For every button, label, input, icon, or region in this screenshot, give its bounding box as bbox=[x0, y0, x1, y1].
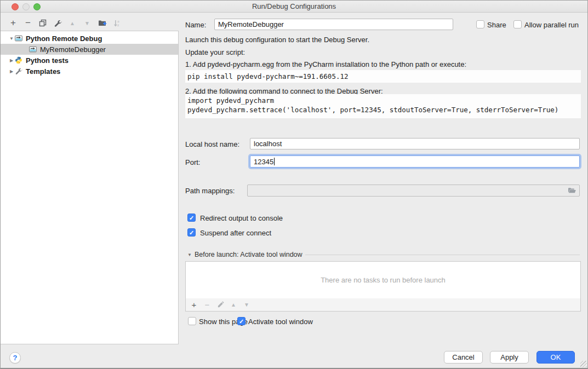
run-debug-configurations-dialog: Run/Debug Configurations + − ▲ ▼ az ▼ Py… bbox=[0, 0, 588, 369]
configurations-tree: ▼ Python Remote Debug MyRemoteDebugger ▶… bbox=[1, 31, 179, 344]
check-icon: ✓ bbox=[188, 229, 195, 237]
tree-item-label: Templates bbox=[26, 67, 60, 76]
help-button[interactable]: ? bbox=[9, 352, 21, 364]
tree-item-myremotedebugger[interactable]: MyRemoteDebugger bbox=[1, 44, 178, 55]
sort-alphabetically-icon: az bbox=[112, 18, 122, 28]
activate-tool-window-label: Activate tool window bbox=[248, 318, 313, 326]
chevron-right-icon[interactable]: ▶ bbox=[8, 69, 15, 74]
local-host-name-input[interactable] bbox=[250, 138, 580, 149]
before-launch-task-list[interactable]: There are no tasks to run before launch bbox=[185, 261, 581, 299]
before-launch-title: Before launch: Activate tool window bbox=[195, 251, 302, 258]
chevron-down-icon[interactable]: ▼ bbox=[187, 252, 192, 257]
chevron-right-icon[interactable]: ▶ bbox=[8, 58, 15, 63]
redirect-output-checkbox[interactable]: ✓ bbox=[187, 214, 196, 222]
copy-configuration-icon[interactable] bbox=[38, 18, 48, 28]
svg-text:a: a bbox=[117, 19, 119, 23]
browse-folder-icon[interactable] bbox=[568, 187, 576, 194]
tree-item-templates[interactable]: ▶ Templates bbox=[1, 66, 178, 77]
pip-install-command: pip install pydevd-pycharm~=191.6605.12 bbox=[185, 70, 581, 83]
suspend-after-connect-label: Suspend after connect bbox=[200, 229, 271, 237]
port-label: Port: bbox=[185, 158, 200, 166]
move-up-button: ▲ bbox=[67, 18, 77, 28]
port-input[interactable]: 12345 bbox=[250, 155, 580, 168]
move-task-up-button: ▲ bbox=[230, 300, 237, 310]
check-icon: ✓ bbox=[238, 318, 245, 325]
tree-item-python-remote-debug[interactable]: ▼ Python Remote Debug bbox=[1, 33, 178, 44]
remote-debug-config-icon bbox=[15, 34, 24, 42]
settrace-code-block: import pydevd_pycharm pydevd_pycharm.set… bbox=[185, 94, 581, 118]
wrench-icon bbox=[15, 67, 24, 75]
svg-text:z: z bbox=[117, 23, 119, 27]
configurations-toolbar: + − ▲ ▼ az bbox=[8, 17, 122, 29]
share-checkbox[interactable]: ✓ bbox=[476, 20, 484, 28]
allow-parallel-run-checkbox[interactable]: ✓ bbox=[513, 20, 522, 28]
add-task-button[interactable]: + bbox=[190, 300, 198, 310]
python-icon bbox=[15, 56, 24, 64]
text-caret bbox=[274, 158, 275, 165]
code-line-1: import pydevd_pycharm bbox=[187, 96, 274, 105]
window-title: Run/Debug Configurations bbox=[1, 2, 587, 10]
redirect-output-label: Redirect output to console bbox=[200, 214, 283, 222]
remove-task-button: − bbox=[203, 300, 211, 310]
show-this-page-checkbox[interactable]: ✓ bbox=[188, 317, 196, 325]
titlebar[interactable]: Run/Debug Configurations bbox=[1, 1, 587, 13]
remove-configuration-button[interactable]: − bbox=[23, 18, 33, 28]
suspend-after-connect-checkbox[interactable]: ✓ bbox=[187, 228, 196, 237]
remote-debug-config-icon bbox=[29, 45, 38, 53]
section-divider bbox=[305, 255, 580, 255]
tree-item-label: MyRemoteDebugger bbox=[40, 45, 106, 54]
move-task-down-button: ▼ bbox=[243, 300, 250, 310]
instruction-line-1: Launch this debug configuration to start… bbox=[185, 36, 369, 44]
name-label: Name: bbox=[185, 21, 206, 29]
path-mappings-label: Path mappings: bbox=[185, 187, 235, 195]
port-value: 12345 bbox=[254, 158, 273, 166]
new-folder-icon[interactable] bbox=[97, 18, 107, 28]
ok-button[interactable]: OK bbox=[536, 351, 575, 364]
empty-tasks-message: There are no tasks to run before launch bbox=[321, 276, 446, 284]
tree-item-python-tests[interactable]: ▶ Python tests bbox=[1, 55, 178, 66]
allow-parallel-run-label: Allow parallel run bbox=[524, 21, 579, 29]
local-host-name-label: Local host name: bbox=[185, 140, 239, 148]
before-launch-header[interactable]: ▼ Before launch: Activate tool window bbox=[187, 251, 580, 258]
edit-task-pencil-icon bbox=[216, 300, 224, 310]
chevron-down-icon[interactable]: ▼ bbox=[8, 36, 15, 41]
apply-button[interactable]: Apply bbox=[490, 351, 529, 364]
cancel-button[interactable]: Cancel bbox=[444, 351, 483, 364]
instruction-step-1: 1. Add pydevd-pycharm.egg from the PyCha… bbox=[185, 60, 466, 68]
tree-item-label: Python tests bbox=[26, 56, 68, 65]
share-label: Share bbox=[487, 21, 506, 29]
before-launch-toolbar: + − ▲ ▼ bbox=[185, 298, 581, 312]
edit-templates-wrench-icon[interactable] bbox=[53, 18, 62, 28]
activate-tool-window-checkbox[interactable]: ✓ bbox=[237, 317, 246, 325]
name-input[interactable] bbox=[214, 19, 453, 30]
resize-grip[interactable] bbox=[580, 361, 587, 367]
code-line-2: pydevd_pycharm.settrace('localhost', por… bbox=[187, 106, 558, 114]
instruction-line-2: Update your script: bbox=[185, 48, 245, 56]
check-icon: ✓ bbox=[188, 214, 195, 222]
path-mappings-input[interactable] bbox=[247, 184, 580, 197]
move-down-button: ▼ bbox=[82, 18, 92, 28]
add-configuration-button[interactable]: + bbox=[8, 18, 18, 28]
tree-item-label: Python Remote Debug bbox=[26, 34, 102, 43]
